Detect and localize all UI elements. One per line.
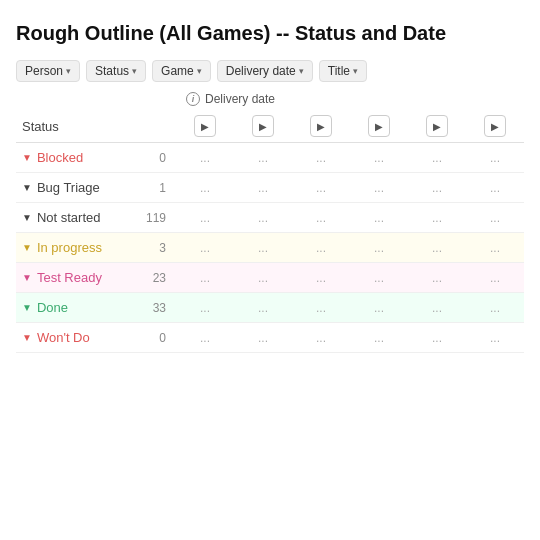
cell-bug-triage-4: ... [408, 173, 466, 203]
cell-not-started-5: ... [466, 203, 524, 233]
status-label: Won't Do [37, 330, 90, 345]
chevron-down-icon: ▾ [353, 66, 358, 76]
cell-wont-do-5: ... [466, 323, 524, 353]
table-row: ▼ Done 33 .................. [16, 293, 524, 323]
count-badge: 119 [146, 211, 170, 225]
filter-status-label: Status [95, 64, 129, 78]
status-label: Test Ready [37, 270, 102, 285]
play-button-5[interactable]: ▶ [426, 115, 448, 137]
filter-status[interactable]: Status ▾ [86, 60, 146, 82]
filter-game-label: Game [161, 64, 194, 78]
count-badge: 1 [159, 181, 170, 195]
play-button-6[interactable]: ▶ [484, 115, 506, 137]
cell-test-ready-4: ... [408, 263, 466, 293]
status-cell-in-progress[interactable]: ▼ In progress 3 [16, 233, 176, 263]
cell-not-started-3: ... [350, 203, 408, 233]
col-header-6: ▶ [466, 110, 524, 143]
filter-delivery-date[interactable]: Delivery date ▾ [217, 60, 313, 82]
cell-bug-triage-1: ... [234, 173, 292, 203]
triangle-icon: ▼ [22, 152, 32, 163]
cell-in-progress-1: ... [234, 233, 292, 263]
table-row: ▼ Bug Triage 1 .................. [16, 173, 524, 203]
cell-blocked-4: ... [408, 143, 466, 173]
filter-bar: Person ▾ Status ▾ Game ▾ Delivery date ▾… [16, 60, 524, 82]
status-cell-test-ready[interactable]: ▼ Test Ready 23 [16, 263, 176, 293]
cell-wont-do-1: ... [234, 323, 292, 353]
cell-not-started-4: ... [408, 203, 466, 233]
status-cell-bug-triage[interactable]: ▼ Bug Triage 1 [16, 173, 176, 203]
status-column-header: Status [16, 110, 176, 143]
status-label: Done [37, 300, 68, 315]
filter-game[interactable]: Game ▾ [152, 60, 211, 82]
cell-blocked-1: ... [234, 143, 292, 173]
filter-person-label: Person [25, 64, 63, 78]
triangle-icon: ▼ [22, 332, 32, 343]
cell-done-4: ... [408, 293, 466, 323]
cell-test-ready-5: ... [466, 263, 524, 293]
table-row: ▼ Blocked 0 .................. [16, 143, 524, 173]
triangle-icon: ▼ [22, 242, 32, 253]
play-button-3[interactable]: ▶ [310, 115, 332, 137]
cell-done-5: ... [466, 293, 524, 323]
cell-in-progress-0: ... [176, 233, 234, 263]
status-cell-wont-do[interactable]: ▼ Won't Do 0 [16, 323, 176, 353]
cell-bug-triage-3: ... [350, 173, 408, 203]
cell-bug-triage-5: ... [466, 173, 524, 203]
cell-not-started-0: ... [176, 203, 234, 233]
col-header-1: ▶ [176, 110, 234, 143]
count-badge: 33 [153, 301, 170, 315]
cell-not-started-2: ... [292, 203, 350, 233]
cell-in-progress-2: ... [292, 233, 350, 263]
info-icon: i [186, 92, 200, 106]
delivery-date-label: Delivery date [205, 92, 275, 106]
cell-wont-do-0: ... [176, 323, 234, 353]
play-button-2[interactable]: ▶ [252, 115, 274, 137]
triangle-icon: ▼ [22, 212, 32, 223]
cell-test-ready-1: ... [234, 263, 292, 293]
chevron-down-icon: ▾ [66, 66, 71, 76]
play-button-4[interactable]: ▶ [368, 115, 390, 137]
page-title: Rough Outline (All Games) -- Status and … [16, 20, 524, 46]
cell-test-ready-3: ... [350, 263, 408, 293]
status-label: Blocked [37, 150, 83, 165]
chevron-down-icon: ▾ [132, 66, 137, 76]
cell-wont-do-2: ... [292, 323, 350, 353]
cell-blocked-0: ... [176, 143, 234, 173]
cell-blocked-5: ... [466, 143, 524, 173]
cell-in-progress-5: ... [466, 233, 524, 263]
cell-wont-do-4: ... [408, 323, 466, 353]
cell-blocked-2: ... [292, 143, 350, 173]
count-badge: 23 [153, 271, 170, 285]
cell-done-1: ... [234, 293, 292, 323]
play-button-1[interactable]: ▶ [194, 115, 216, 137]
chevron-down-icon: ▾ [197, 66, 202, 76]
filter-title-label: Title [328, 64, 350, 78]
cell-not-started-1: ... [234, 203, 292, 233]
table-header-row: Status ▶ ▶ ▶ ▶ ▶ ▶ [16, 110, 524, 143]
cell-blocked-3: ... [350, 143, 408, 173]
cell-in-progress-4: ... [408, 233, 466, 263]
cell-bug-triage-2: ... [292, 173, 350, 203]
status-cell-done[interactable]: ▼ Done 33 [16, 293, 176, 323]
triangle-icon: ▼ [22, 272, 32, 283]
chevron-down-icon: ▾ [299, 66, 304, 76]
status-cell-blocked[interactable]: ▼ Blocked 0 [16, 143, 176, 173]
col-header-3: ▶ [292, 110, 350, 143]
cell-wont-do-3: ... [350, 323, 408, 353]
count-badge: 0 [159, 151, 170, 165]
col-header-2: ▶ [234, 110, 292, 143]
table-row: ▼ Test Ready 23 .................. [16, 263, 524, 293]
filter-title[interactable]: Title ▾ [319, 60, 367, 82]
delivery-date-section: i Delivery date [16, 92, 524, 106]
filter-person[interactable]: Person ▾ [16, 60, 80, 82]
cell-in-progress-3: ... [350, 233, 408, 263]
cell-done-0: ... [176, 293, 234, 323]
count-badge: 0 [159, 331, 170, 345]
triangle-icon: ▼ [22, 302, 32, 313]
cell-bug-triage-0: ... [176, 173, 234, 203]
cell-done-3: ... [350, 293, 408, 323]
status-cell-not-started[interactable]: ▼ Not started 119 [16, 203, 176, 233]
col-header-5: ▶ [408, 110, 466, 143]
cell-done-2: ... [292, 293, 350, 323]
table-row: ▼ Won't Do 0 .................. [16, 323, 524, 353]
